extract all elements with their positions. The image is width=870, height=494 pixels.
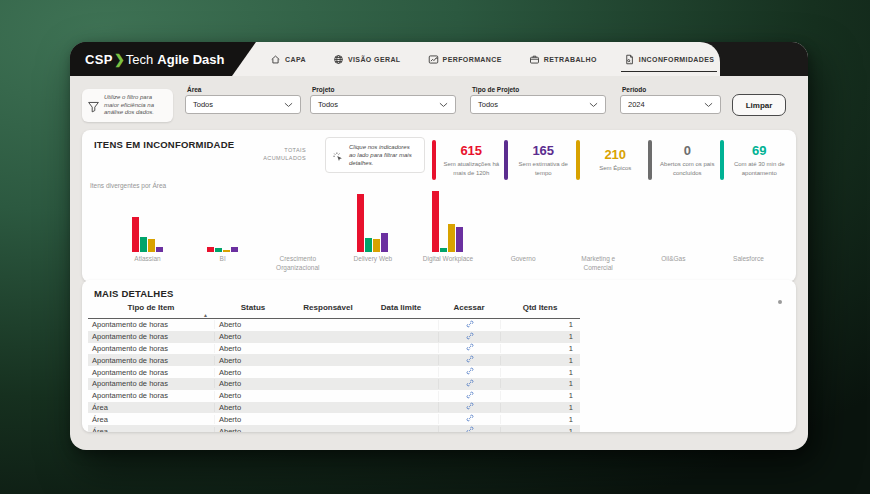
kpi-content: 69Com até 30 min de apontamento	[729, 143, 791, 176]
kpi-label: Sem estimativa de tempo	[513, 160, 575, 176]
cell-status: Aberto	[214, 344, 292, 353]
kpi-content: 165Sem estimativa de tempo	[513, 143, 575, 176]
click-hint-box: Clique nos indicadores ao lado para filt…	[325, 137, 425, 173]
link-icon[interactable]	[466, 343, 474, 351]
filter-field-area: ÁreaTodos	[185, 86, 301, 114]
cell-tipo: Apontamento de horas	[88, 332, 214, 341]
link-icon[interactable]	[466, 332, 474, 340]
table-row: Apontamento de horasAberto1	[88, 331, 580, 343]
cell-acessar	[438, 426, 500, 432]
cell-tipo: Apontamento de horas	[88, 368, 214, 377]
kpi-value: 165	[532, 143, 554, 158]
page-background: CAPAVISÃO GERALPERFORMANCERETRABALHOINCO…	[0, 0, 870, 494]
bar-sem-atualizacoes-ha-mais-de-120h[interactable]	[132, 217, 139, 252]
sort-asc-icon: ▲	[203, 312, 208, 318]
bar-sem-atualizacoes-ha-mais-de-120h[interactable]	[207, 247, 214, 252]
kpi-sem-epicos[interactable]: 210Sem Épicos	[574, 135, 646, 185]
tab-inconformidades[interactable]: INCONFORMIDADES	[624, 42, 715, 76]
category-label: Salesforce	[733, 255, 764, 264]
column-header-status[interactable]: Status	[214, 301, 292, 318]
app-logo: CSP❯TechAgile Dash	[70, 42, 256, 76]
cell-qtd: 1	[500, 368, 580, 377]
kpi-com-ate-30-min-de-apontamento[interactable]: 69Com até 30 min de apontamento	[718, 135, 790, 185]
kpi-abertos-com-os-pais-concluidos[interactable]: 0Abertos com os pais concluídos	[646, 135, 718, 185]
clear-filters-button[interactable]: Limpar	[732, 94, 786, 116]
link-icon[interactable]	[466, 391, 474, 399]
bar-sem-estimativa-de-tempo[interactable]	[156, 247, 163, 252]
table-header: Tipo de Item▲StatusResponsávelData limit…	[88, 301, 580, 319]
cell-tipo: Área	[88, 415, 214, 424]
kpi-accent-bar	[648, 140, 652, 180]
bar-sem-estimativa-de-tempo[interactable]	[381, 233, 388, 252]
table-body: Apontamento de horasAberto1Apontamento d…	[88, 319, 580, 432]
filter-label: Área	[187, 86, 301, 93]
totais-acumulados-label: TOTAIS ACUMULADOS	[260, 146, 306, 163]
kpi-label: Sem Épicos	[599, 164, 631, 172]
dropdown-projeto[interactable]: Todos	[310, 95, 456, 114]
bar-sem-atualizacoes-ha-mais-de-120h[interactable]	[357, 194, 364, 252]
column-header-acessar[interactable]: Acessar	[438, 301, 500, 318]
bar-sem-epicos[interactable]	[148, 239, 155, 252]
tab-visao-geral[interactable]: VISÃO GERAL	[333, 42, 401, 76]
tab-performance[interactable]: PERFORMANCE	[428, 42, 502, 76]
filter-label: Período	[622, 86, 721, 93]
category-label: BI	[220, 255, 226, 264]
cell-status: Aberto	[214, 332, 292, 341]
column-header-tipo-de-item[interactable]: Tipo de Item▲	[88, 301, 214, 318]
link-icon[interactable]	[466, 402, 474, 410]
tab-retrabalho[interactable]: RETRABALHO	[529, 42, 597, 76]
dropdown-periodo[interactable]: 2024	[620, 95, 721, 114]
bar-com-ate-30-min-de-apontamento[interactable]	[440, 248, 447, 252]
filter-hint-card: Utilize o filtro para maior eficiência n…	[82, 89, 173, 122]
dropdown-area[interactable]: Todos	[185, 95, 301, 114]
kpi-content: 210Sem Épicos	[585, 147, 647, 172]
column-header-qtd-itens[interactable]: Qtd Itens	[500, 301, 580, 318]
link-icon[interactable]	[466, 414, 474, 422]
dropdown-value: Todos	[318, 100, 338, 109]
kpi-label: Sem atualizações há mais de 120h	[441, 160, 503, 176]
cursor-click-icon	[332, 149, 344, 161]
bar-com-ate-30-min-de-apontamento[interactable]	[365, 238, 372, 252]
scrollbar-indicator[interactable]	[778, 300, 782, 304]
bar-com-ate-30-min-de-apontamento[interactable]	[140, 237, 147, 253]
category-label: Crescimento Organizacional	[267, 255, 329, 273]
link-icon[interactable]	[466, 355, 474, 363]
bar-sem-epicos[interactable]	[223, 250, 230, 252]
link-icon[interactable]	[466, 367, 474, 375]
dropdown-tipo-de-projeto[interactable]: Todos	[470, 95, 606, 114]
bar-cluster	[357, 190, 388, 252]
filter-label: Tipo de Projeto	[472, 86, 606, 93]
tab-capa[interactable]: CAPA	[270, 42, 306, 76]
bar-sem-atualizacoes-ha-mais-de-120h[interactable]	[432, 191, 439, 252]
link-icon[interactable]	[466, 379, 474, 387]
column-header-data-limite[interactable]: Data limite	[364, 301, 438, 318]
link-icon[interactable]	[466, 320, 474, 328]
category-label: Oil&Gas	[661, 255, 685, 264]
chart-group-digital-workplace: Digital Workplace	[410, 190, 485, 276]
cell-acessar	[438, 343, 500, 353]
document-icon	[624, 54, 635, 65]
bar-sem-epicos[interactable]	[373, 239, 380, 252]
cell-tipo: Apontamento de horas	[88, 356, 214, 365]
cell-acessar	[438, 355, 500, 365]
kpi-sem-atualizacoes-ha-mais-de-120h[interactable]: 615Sem atualizações há mais de 120h	[430, 135, 502, 185]
chevron-down-icon	[439, 102, 448, 108]
logo-title: Agile Dash	[157, 52, 224, 67]
chart-group-crescimento-organizacional: Crescimento Organizacional	[260, 190, 335, 276]
bar-sem-estimativa-de-tempo[interactable]	[231, 247, 238, 252]
bar-sem-estimativa-de-tempo[interactable]	[456, 227, 463, 252]
bar-sem-epicos[interactable]	[448, 224, 455, 252]
cell-qtd: 1	[500, 403, 580, 412]
bar-com-ate-30-min-de-apontamento[interactable]	[215, 248, 222, 252]
kpi-content: 0Abertos com os pais concluídos	[657, 143, 719, 176]
link-icon[interactable]	[466, 426, 474, 432]
kpi-accent-bar	[576, 140, 580, 180]
tab-label: RETRABALHO	[544, 56, 597, 63]
table-row: ÁreaAberto1	[88, 413, 580, 425]
kpi-value: 210	[604, 147, 626, 162]
chart-group-salesforce: Salesforce	[711, 190, 786, 276]
bar-cluster	[132, 190, 163, 252]
kpi-sem-estimativa-de-tempo[interactable]: 165Sem estimativa de tempo	[502, 135, 574, 185]
column-header-responsavel[interactable]: Responsável	[292, 301, 364, 318]
chevron-down-icon	[284, 102, 293, 108]
